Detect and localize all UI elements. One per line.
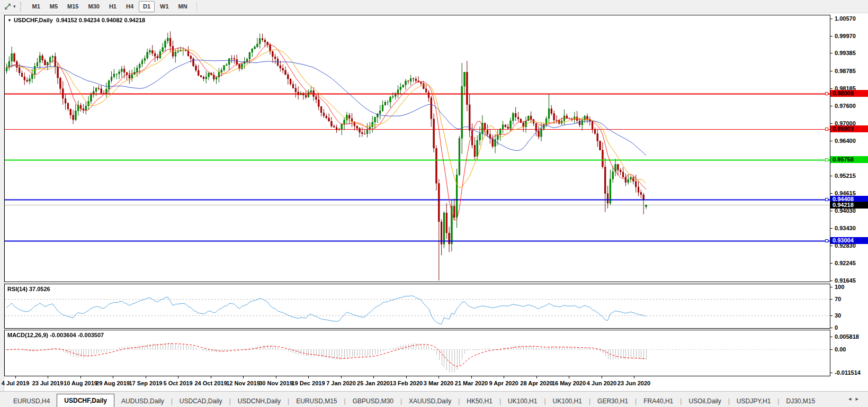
chart-tab-dj30-m15[interactable]: DJ30,M15 — [779, 396, 822, 407]
chart-tab-usdjpy-h1[interactable]: USDJPY,H1 — [730, 396, 777, 407]
chart-tab-ger30-h1[interactable]: GER30,H1 — [590, 396, 635, 407]
date-tick-label: 25 Jan 2020 — [357, 380, 390, 386]
date-tick-mark — [602, 376, 602, 378]
cursor-tool-dropdown-icon[interactable]: ▾ — [13, 4, 16, 9]
price-level-badge: 0.93004 — [830, 237, 868, 244]
chart-ohlc-values: 0.94152 0.94234 0.94082 0.94218 — [56, 17, 145, 23]
date-tick-mark — [439, 376, 439, 378]
left-panel-strip — [0, 13, 4, 391]
axis-tick-mark — [830, 211, 833, 211]
chart-tab-xauusd-daily[interactable]: XAUUSD,Daily — [402, 396, 458, 407]
axis-tick-label: 0.00 — [835, 346, 846, 352]
axis-tick-mark — [830, 71, 833, 71]
date-tick-label: 28 Apr 2020 — [520, 380, 552, 386]
chart-tab-eurusd-m15[interactable]: EURUSD,M15 — [289, 396, 344, 407]
axis-tick-label: 0.93430 — [835, 225, 856, 231]
chart-tab-gbpusd-m30[interactable]: GBPUSD,M30 — [346, 396, 400, 407]
date-tick-mark — [471, 376, 472, 378]
collapse-triangle-icon[interactable]: ▼ — [7, 18, 12, 23]
chart-tab-eurusd-h4[interactable]: EURUSD,H4 — [6, 396, 57, 407]
date-tick-label: 29 Aug 2019 — [96, 380, 130, 386]
rsi-indicator-canvas[interactable] — [5, 284, 830, 328]
axis-tick-label: 100 — [835, 284, 844, 290]
date-tick-label: 13 Feb 2020 — [390, 380, 423, 386]
chart-tab-hk50-h1[interactable]: HK50,H1 — [460, 396, 499, 407]
date-tick-mark — [113, 376, 113, 378]
axis-tick-label: 0.96400 — [835, 138, 856, 144]
tab-scroll-arrows[interactable]: ◂▸ — [848, 395, 863, 402]
cursor-tool-icon[interactable] — [2, 1, 13, 12]
axis-tick-mark — [830, 328, 833, 328]
axis-tick-mark — [830, 106, 833, 106]
chart-tab-usdchf-daily[interactable]: USDCHF,Daily — [57, 394, 114, 407]
axis-tick-mark — [830, 19, 833, 19]
axis-tick-mark — [830, 123, 833, 124]
axis-tick-label: 0.98785 — [835, 68, 856, 74]
timeframe-button-d1[interactable]: D1 — [139, 1, 155, 12]
chart-tabs-bar: EURUSD,H4USDCHF,DailyAUDUSD,Daily|USDCAD… — [0, 391, 868, 407]
date-tick-label: 24 Oct 2019 — [194, 380, 227, 386]
chart-tab-audusd-daily[interactable]: AUDUSD,Daily — [114, 396, 171, 407]
timeframe-button-m30[interactable]: M30 — [84, 1, 104, 12]
price-pane: ▼USDCHF,Daily 0.94152 0.94234 0.94082 0.… — [4, 15, 830, 282]
date-tick-label: 12 Nov 2019 — [226, 380, 260, 386]
metatrader-window: ▾ M1M5M15M30H1H4D1W1MN ▼USDCHF,Daily 0.9… — [0, 0, 868, 407]
chart-tab-fra40-h1[interactable]: FRA40,H1 — [637, 396, 680, 407]
chart-tab-uk100-h1[interactable]: UK100,H1 — [501, 396, 544, 407]
timeframe-button-h4[interactable]: H4 — [122, 1, 138, 12]
date-tick-mark — [146, 376, 146, 378]
date-axis[interactable]: 4 Jul 201923 Jul 201910 Aug 201929 Aug 2… — [4, 376, 830, 390]
axis-tick-mark — [830, 228, 833, 229]
macd-indicator-canvas[interactable] — [5, 330, 830, 376]
date-tick-label: 9 Apr 2020 — [489, 380, 518, 386]
date-tick-mark — [48, 376, 48, 378]
axis-tick-mark — [830, 299, 833, 300]
date-tick-mark — [276, 376, 276, 378]
axis-tick-label: 0.92245 — [835, 260, 856, 266]
chart-tab-usdcnh-daily[interactable]: USDCNH,Daily — [231, 396, 288, 407]
timeframe-button-group: M1M5M15M30H1H4D1W1MN — [28, 1, 192, 12]
timeframe-button-m15[interactable]: M15 — [63, 1, 83, 12]
chart-tab-usdcad-daily[interactable]: USDCAD,Daily — [173, 396, 229, 407]
timeframe-button-m5[interactable]: M5 — [46, 1, 62, 12]
date-tick-label: 23 Jul 2019 — [32, 380, 64, 386]
timeframe-button-mn[interactable]: MN — [174, 1, 192, 12]
timeframe-button-h1[interactable]: H1 — [105, 1, 121, 12]
date-tick-label: 21 Mar 2020 — [455, 380, 488, 386]
chart-symbol-label: USDCHF,Daily — [14, 17, 53, 23]
date-tick-mark — [15, 376, 16, 378]
axis-tick-mark — [830, 337, 833, 337]
axis-tick-mark — [830, 281, 833, 281]
date-tick-mark — [211, 376, 211, 378]
axis-tick-label: 0 — [835, 324, 838, 331]
date-tick-mark — [634, 376, 634, 378]
date-tick-label: 16 May 2020 — [552, 380, 586, 386]
toolbar-separator — [196, 2, 197, 11]
rsi-label: RSI(14) 37.0526 — [7, 286, 50, 292]
price-chart-canvas[interactable] — [5, 15, 830, 282]
chart-tab-uk100-h1[interactable]: UK100,H1 — [546, 396, 589, 407]
timeframe-button-w1[interactable]: W1 — [156, 1, 173, 12]
price-axis[interactable]: 1.005700.999700.993850.987850.981850.976… — [830, 13, 868, 391]
timeframe-button-m1[interactable]: M1 — [28, 1, 44, 12]
axis-tick-mark — [830, 315, 833, 316]
axis-tick-label: 0.97600 — [835, 103, 856, 109]
rsi-pane: RSI(14) 37.0526 — [4, 284, 830, 329]
date-tick-mark — [243, 376, 244, 378]
date-tick-label: 4 Jul 2019 — [2, 380, 30, 386]
toolbar-gripper[interactable] — [20, 2, 23, 11]
date-tick-mark — [178, 376, 178, 378]
date-tick-label: 5 Oct 2019 — [163, 380, 192, 386]
chart-tab-usoil-daily[interactable]: USOil,Daily — [682, 396, 728, 407]
axis-tick-mark — [830, 88, 833, 89]
date-tick-mark — [80, 376, 81, 378]
axis-tick-label: 1.00570 — [835, 15, 856, 22]
axis-tick-label: 0.95215 — [835, 173, 856, 179]
date-tick-label: 19 Dec 2019 — [292, 380, 325, 386]
axis-tick-mark — [830, 287, 833, 287]
date-tick-mark — [536, 376, 537, 378]
axis-tick-mark — [830, 193, 833, 194]
top-toolbar: ▾ M1M5M15M30H1H4D1W1MN — [0, 0, 868, 13]
date-tick-mark — [373, 376, 374, 378]
macd-pane: MACD(12,26,9) -0.003604 -0.003507 — [4, 330, 830, 376]
